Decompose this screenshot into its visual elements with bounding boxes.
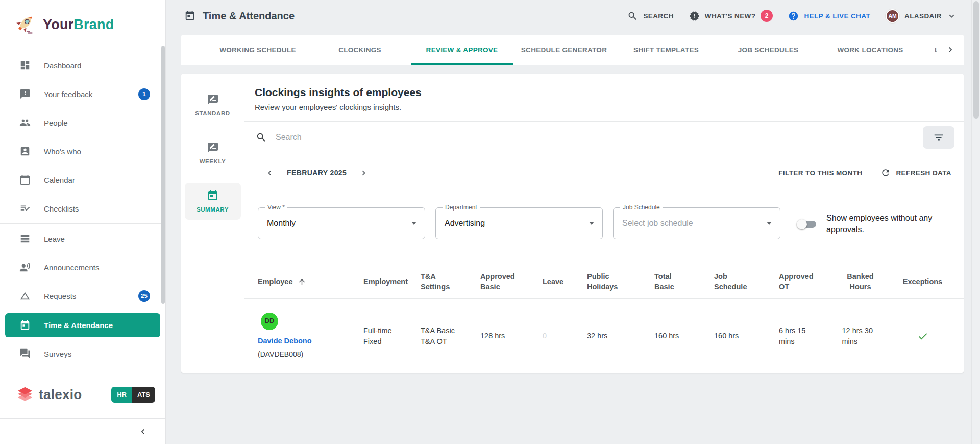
subnav-summary[interactable]: SUMMARY [185,183,241,220]
filter-button[interactable] [923,126,954,149]
tab-working-schedule[interactable]: WORKING SCHEDULE [207,35,309,65]
main-area: Time & Attendance SEARCH WHAT'S NEW? 2 H… [166,0,980,444]
sidebar-item-checklists[interactable]: Checklists [0,194,165,223]
subnav-standard[interactable]: STANDARD [185,87,241,124]
calendar-icon [19,174,31,185]
help-label: HELP & LIVE CHAT [804,12,870,20]
department-select-label: Department [443,204,480,211]
content-header: Clockings insights of employees Review y… [244,74,964,122]
show-without-approvals-toggle[interactable] [797,219,817,229]
product-switcher: HR ATS [111,387,155,403]
page-scrollbar[interactable] [971,0,980,444]
sidebar-item-leave[interactable]: Leave [0,224,165,253]
tab-shift-templates[interactable]: SHIFT TEMPLATES [615,35,717,65]
column-header-total-basic[interactable]: Total Basic [654,272,708,292]
employee-name-link[interactable]: Davide Debono [258,336,312,346]
collapse-sidebar-icon[interactable] [138,427,148,437]
view-select-label: View * [265,204,287,211]
banked-hours-cell: 12 hrs 30 mins [834,325,887,346]
time-attendance-icon [19,320,31,331]
job-schedule-select[interactable]: Job Schedule Select job schedule [613,207,780,239]
toggle-label: Show employees without any approvals. [826,213,951,236]
sidebar-item-surveys[interactable]: Surveys [0,339,165,368]
whats-new-button[interactable]: WHAT'S NEW? 2 [689,10,773,22]
column-header-employment[interactable]: Employment [363,277,414,287]
sidebar-item-whos-who[interactable]: Who's who [0,137,165,166]
new-releases-icon [689,11,700,21]
department-select[interactable]: Department Advertising [435,207,603,239]
sidebar-item-requests[interactable]: Requests 25 [0,282,165,310]
dropdown-arrow-icon [767,222,772,225]
sidebar-item-people[interactable]: People [0,108,165,137]
search-button[interactable]: SEARCH [627,11,673,21]
chevron-down-icon [947,11,957,21]
column-header-leave[interactable]: Leave [543,277,581,287]
table-row: DD Davide Debono (DAVDEB008) Full-time F… [244,299,964,373]
sidebar-item-time-attendance[interactable]: Time & Attendance [5,313,160,337]
user-menu[interactable]: AM ALASDAIR [886,9,957,23]
tab-job-schedules[interactable]: JOB SCHEDULES [717,35,819,65]
module-tabs: WORKING SCHEDULE CLOCKINGS REVIEW & APPR… [181,35,964,65]
column-header-exceptions[interactable]: Exceptions [893,277,952,287]
content-subtitle: Review your employees' clockings insight… [255,103,951,111]
column-header-approved-basic[interactable]: Approved Basic [480,272,536,292]
job-schedule-placeholder: Select job schedule [622,219,693,228]
column-header-job-schedule[interactable]: Job Schedule [714,272,773,292]
help-live-chat-button[interactable]: HELP & LIVE CHAT [788,11,870,21]
hr-product-button[interactable]: HR [111,387,132,403]
view-select[interactable]: View * Monthly [258,207,425,239]
tabs-scroll-right-button[interactable] [937,35,964,64]
leave-cell: 0 [543,331,581,341]
refresh-icon [880,168,891,178]
check-icon [917,331,928,342]
subnav-label: SUMMARY [197,206,229,213]
tab-schedule-generator[interactable]: SCHEDULE GENERATOR [513,35,615,65]
subnav-weekly[interactable]: WEEKLY [185,135,241,172]
sidebar-item-announcements[interactable]: Announcements [0,253,165,282]
brand-name: YourBrand [43,17,114,33]
search-icon [627,11,638,21]
date-actions: FILTER TO THIS MONTH REFRESH DATA [778,168,951,178]
page-scrollbar-thumb[interactable] [973,1,979,119]
brand-logo: YourBrand [0,0,165,37]
refresh-data-button[interactable]: REFRESH DATA [880,168,951,178]
announcement-icon [19,262,31,273]
sidebar-item-label: Your feedback [44,90,92,99]
ta-settings-cell: T&A Basic T&A OT [421,325,474,346]
tab-review-approve[interactable]: REVIEW & APPROVE [411,35,513,65]
sidebar-divider [0,311,165,311]
refresh-label: REFRESH DATA [896,169,951,177]
employment-cell: Full-time Fixed [363,325,414,346]
tab-work-locations[interactable]: WORK LOCATIONS [819,35,921,65]
filter-icon [933,132,944,143]
search-row [244,122,964,153]
sidebar-item-label: People [44,119,68,127]
employee-search-input[interactable] [275,132,915,143]
leave-icon [19,233,31,244]
total-basic-cell: 160 hrs [654,331,708,341]
tab-clockings[interactable]: CLOCKINGS [309,35,411,65]
column-header-public-holidays[interactable]: Public Holidays [587,272,648,292]
sidebar-scrollbar[interactable] [161,46,165,304]
previous-month-icon[interactable] [265,168,275,178]
next-month-icon[interactable] [359,168,369,178]
current-month-label: FEBRUARY 2025 [287,169,347,177]
employee-cell: DD Davide Debono (DAVDEB008) [258,307,357,366]
checklist-icon [19,203,31,214]
sidebar-item-your-feedback[interactable]: Your feedback 1 [0,80,165,108]
user-name: ALASDAIR [904,12,942,20]
whats-new-count-badge: 2 [761,10,773,22]
column-header-approved-ot[interactable]: Approved OT [779,272,827,292]
column-header-employee[interactable]: Employee [258,277,357,287]
column-header-ta-settings[interactable]: T&A Settings [421,272,474,292]
page-title: Time & Attendance [203,10,295,22]
filter-to-this-month-button[interactable]: FILTER TO THIS MONTH [778,169,862,177]
approvals-toggle-group: Show employees without any approvals. [797,213,951,236]
sidebar-item-calendar[interactable]: Calendar [0,166,165,194]
column-header-banked-hours[interactable]: Banked Hours [834,272,887,292]
page-title-group: Time & Attendance [184,10,295,22]
filters-row: View * Monthly Department Advertising Jo… [244,207,964,239]
job-schedule-select-label: Job Schedule [620,204,663,211]
ats-product-button[interactable]: ATS [132,387,155,403]
sidebar-item-dashboard[interactable]: Dashboard [0,51,165,80]
